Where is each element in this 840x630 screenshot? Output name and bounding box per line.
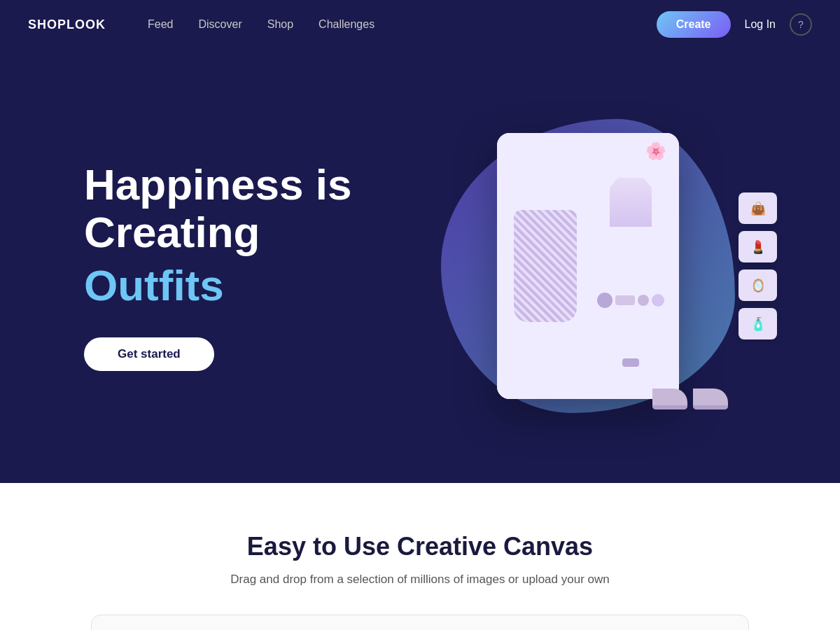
pants-item — [503, 139, 588, 393]
nav-link-shop[interactable]: Shop — [267, 18, 293, 30]
acc-item-perfume: 🧴 — [738, 308, 777, 340]
shoe-left — [652, 388, 687, 410]
nav-link-challenges[interactable]: Challenges — [318, 18, 374, 30]
nav-link-discover[interactable]: Discover — [198, 18, 241, 30]
navbar: SHOPLOOK Feed Discover Shop Challenges C… — [0, 0, 840, 49]
acc-small-1 — [638, 295, 649, 306]
nav-links: Feed Discover Shop Challenges — [148, 18, 374, 31]
nav-item-challenges[interactable]: Challenges — [318, 18, 374, 31]
below-fold-section: Easy to Use Creative Canvas Drag and dro… — [0, 483, 840, 630]
hero-title-line1: Happiness is Creating — [84, 161, 420, 256]
section-subtitle: Drag and drop from a selection of millio… — [28, 573, 812, 587]
section-title: Easy to Use Creative Canvas — [28, 532, 812, 561]
flower-icon: 🌸 — [645, 141, 666, 161]
hero-image-area: 🌸 👜 💄 🪞 🧴 — [420, 108, 756, 424]
create-button[interactable]: Create — [657, 11, 731, 38]
accessories-area — [588, 266, 673, 393]
acc-rect-2 — [622, 358, 639, 367]
canvas-preview — [91, 615, 749, 630]
login-button[interactable]: Log In — [745, 18, 776, 31]
pants-shape — [514, 210, 577, 322]
acc-circle-2 — [652, 294, 664, 307]
nav-right: Create Log In ? — [657, 11, 812, 38]
right-accessories-panel: 👜 💄 🪞 🧴 — [738, 192, 777, 340]
hero-section: Happiness is Creating Outfits Get starte… — [0, 49, 840, 483]
outfit-collage — [497, 133, 679, 399]
top-shape — [610, 178, 652, 227]
shoes-area — [652, 388, 728, 410]
get-started-button[interactable]: Get started — [84, 337, 214, 371]
nav-item-feed[interactable]: Feed — [148, 18, 173, 31]
acc-item-bag: 👜 — [738, 192, 777, 224]
nav-item-shop[interactable]: Shop — [267, 18, 293, 31]
nav-link-feed[interactable]: Feed — [148, 18, 173, 30]
nav-item-discover[interactable]: Discover — [198, 18, 241, 31]
hero-text: Happiness is Creating Outfits Get starte… — [84, 161, 420, 372]
acc-circle-1 — [597, 293, 612, 308]
hero-title-accent: Outfits — [84, 262, 420, 309]
shoe-right — [693, 388, 728, 410]
logo[interactable]: SHOPLOOK — [28, 18, 106, 32]
acc-item-makeup: 💄 — [738, 231, 777, 262]
acc-rect-1 — [615, 295, 635, 305]
acc-item-mirror: 🪞 — [738, 270, 777, 301]
outfit-card: 🌸 — [497, 133, 679, 399]
help-icon[interactable]: ? — [790, 13, 812, 36]
